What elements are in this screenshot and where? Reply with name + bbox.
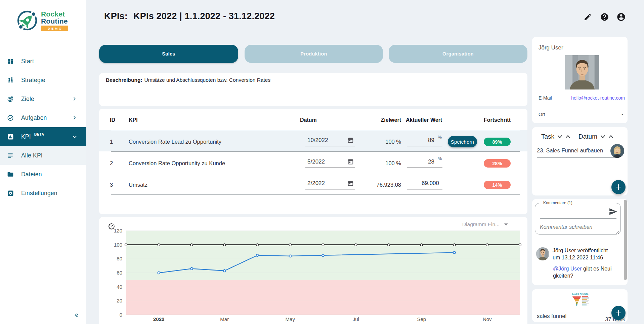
sort-asc-icon[interactable] [608, 135, 613, 138]
mention-link[interactable]: @Jörg User [553, 266, 582, 272]
chevron-down-icon [72, 134, 77, 139]
help-button[interactable] [600, 12, 609, 22]
account-circle-icon [616, 12, 626, 22]
sidebar-item-label: Strategie [21, 77, 45, 84]
comments-legend: Kommentare (1) [542, 201, 574, 205]
date-value: 2/2022 [307, 180, 325, 187]
help-icon [600, 12, 609, 22]
svg-text:Jul: Jul [353, 316, 359, 322]
sort-desc-icon[interactable] [600, 135, 605, 138]
calendar-icon[interactable] [347, 180, 354, 186]
row-kpi-name: Conversion Rate Opportunity zu Kunde [129, 160, 225, 167]
gauge-icon [108, 222, 115, 230]
sidebar-item-label: Ziele [21, 96, 34, 103]
rocket-logo-icon [16, 9, 38, 32]
column-header-aktueller-wert: Aktueller Wert [406, 117, 442, 123]
sidebar-collapse-button[interactable] [71, 311, 82, 320]
comment-author-avatar [536, 247, 549, 260]
sort-datum-control: Datum [578, 133, 613, 140]
svg-text:SALES FUNNEL: SALES FUNNEL [572, 293, 589, 295]
chess-strategy-icon [7, 77, 14, 83]
header-actions [583, 12, 627, 22]
plus-icon [615, 309, 622, 317]
add-file-button[interactable] [611, 306, 626, 320]
date-value: 10/2022 [307, 137, 328, 144]
tab-sales[interactable]: Sales [99, 45, 238, 63]
comment-text: @Jörg User gibt es Neuigkeiten? [553, 265, 613, 279]
progress-badge: 28% [484, 159, 511, 168]
resize-handle-icon[interactable] [616, 230, 619, 233]
email-link[interactable]: hello@rocket-routine.com [571, 95, 625, 101]
user-name: Jörg User [539, 44, 563, 51]
chart-canvas: 0204060801001202022MarMayJulSepNov [99, 217, 527, 324]
file-thumbnail[interactable]: SALES FUNNEL [570, 292, 591, 307]
ort-value: - [621, 112, 623, 117]
sidebar-item-start[interactable]: Start [0, 52, 86, 71]
edit-button[interactable] [583, 12, 592, 22]
chevron-right-icon [72, 115, 77, 120]
brand-text: Rocket Routine DEMO [41, 10, 68, 31]
wert-value: 89 [428, 137, 434, 144]
sort-desc-icon[interactable] [557, 135, 562, 138]
sidebar-item-strategie[interactable]: Strategie [0, 71, 86, 89]
page-title: KPIs:KPIs 2022 | 1.1.2022 - 31.12.2022 [104, 11, 275, 22]
row-divider [111, 151, 520, 152]
sort-datum-label: Datum [578, 133, 597, 140]
date-value: 5/2022 [307, 158, 325, 165]
progress-badge: 89% [484, 138, 511, 146]
folder-icon [7, 171, 14, 178]
sidebar-item-einstellungen[interactable]: Einstellungen [0, 184, 86, 203]
sort-task-label: Task [541, 133, 554, 140]
description-card: Beschreibung:Umsätze und Abschlussquoten… [99, 73, 527, 106]
sidebar-item-dateien[interactable]: Dateien [0, 165, 86, 184]
task-item[interactable]: 23. Sales Funnel aufbauen [537, 147, 614, 154]
sidebar-item-ziele[interactable]: Ziele [0, 89, 86, 108]
sort-asc-icon[interactable] [565, 135, 570, 138]
add-task-button[interactable] [611, 180, 626, 194]
row-divider [111, 130, 520, 130]
chart-settings-dropdown[interactable]: Diagramm Ein... [462, 221, 508, 227]
wert-value: 28 [428, 158, 434, 165]
send-comment-button[interactable] [609, 207, 617, 216]
comments-scrollbar-thumb[interactable] [624, 200, 627, 280]
files-card: SALES FUNNEL sales funnel 37.6 KB [532, 289, 628, 322]
comment-time-line: um 13.12.2022 11:46 [553, 255, 603, 260]
sidebar-item-label: Alle KPI [21, 152, 43, 159]
row-divider [111, 194, 520, 195]
column-header-id: ID [110, 117, 115, 123]
wert-input[interactable]: 89 % [407, 136, 442, 146]
date-input[interactable]: 2/2022 [305, 179, 355, 189]
chart-card: 0204060801001202022MarMayJulSepNov Diagr… [99, 217, 527, 324]
date-input[interactable]: 10/2022 [305, 136, 355, 146]
page-title-label: KPIs: [104, 11, 128, 21]
sidebar-item-label: Start [21, 58, 34, 65]
account-button[interactable] [616, 12, 626, 22]
svg-text:0: 0 [120, 312, 122, 318]
comment-input[interactable]: Kommentare (1) Kommentar schreiben [535, 203, 621, 235]
wert-input[interactable]: 69.000 [407, 179, 442, 189]
save-button[interactable]: Speichern [448, 136, 477, 147]
tab-organisation[interactable]: Organisation [389, 45, 527, 63]
date-input[interactable]: 5/2022 [305, 158, 355, 168]
sidebar-item-alle-kpi[interactable]: Alle KPI [0, 146, 86, 165]
wert-input[interactable]: 28 % [407, 158, 442, 168]
tab-produktion[interactable]: Produktion [245, 45, 383, 63]
comments-card: Kommentare (1) Kommentar schreiben [532, 199, 628, 285]
wert-suffix: % [438, 156, 442, 161]
svg-text:Nov: Nov [483, 316, 492, 322]
row-zielwert: 76.923,08 [368, 182, 401, 188]
calendar-icon[interactable] [347, 158, 354, 165]
calendar-icon[interactable] [347, 137, 354, 143]
email-label: E-Mail [539, 95, 552, 101]
brand-logo[interactable]: Rocket Routine DEMO [16, 9, 68, 32]
row-zielwert: 100 % [368, 139, 401, 145]
progress-badge: 14% [484, 181, 511, 189]
column-header-datum: Datum [300, 117, 317, 123]
svg-text:2022: 2022 [153, 316, 164, 322]
svg-text:Sep: Sep [417, 316, 426, 322]
sidebar-item-kpi[interactable]: KPI BETA [0, 127, 86, 146]
sidebar-item-aufgaben[interactable]: Aufgaben [0, 108, 86, 127]
column-header-zielwert: Zielwert [368, 117, 401, 123]
svg-text:60: 60 [117, 270, 122, 276]
check-circle-icon [7, 114, 14, 121]
